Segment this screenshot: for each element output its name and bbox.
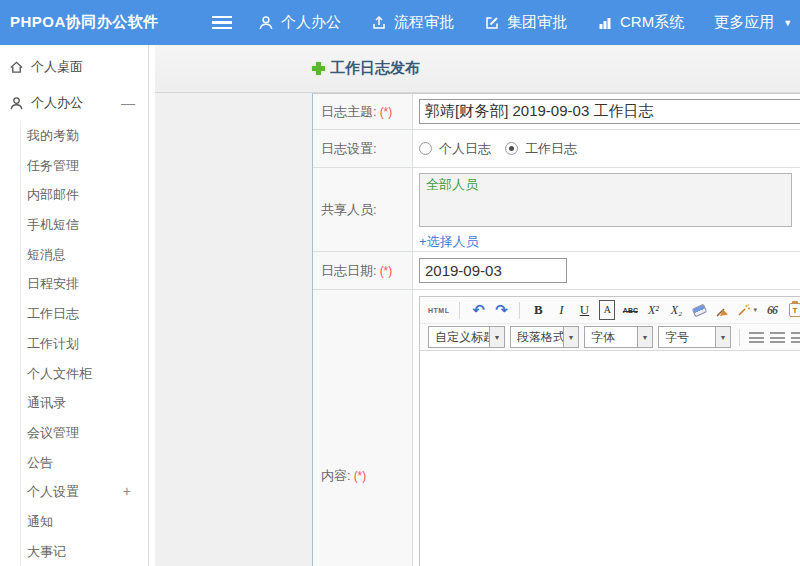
form-row-settings: 日志设置: 个人日志 工作日志 <box>313 130 800 168</box>
clipboard-icon: T <box>789 303 800 317</box>
nav-crm[interactable]: CRM系统 <box>597 13 684 32</box>
font-size-dropdown[interactable]: 字号 ▼ <box>658 326 731 348</box>
chevron-down-icon[interactable]: ▼ <box>563 327 578 347</box>
sidebar-item-notifications[interactable]: 通知 <box>21 507 148 537</box>
sidebar-item-work-log[interactable]: 工作日志 <box>21 299 148 329</box>
main-content: 工作日志发布 日志主题: (*) 日志设置: <box>149 45 800 566</box>
sidebar: 个人桌面 个人办公 — 我的考勤 任务管理 内部邮件 手机短信 短消息 日程安排… <box>0 45 149 566</box>
superscript-button[interactable]: X² <box>645 300 661 320</box>
form-row-share: 共享人员: 全部人员 +选择人员 <box>313 168 800 252</box>
sidebar-section-personal-office[interactable]: 个人办公 — <box>0 85 148 121</box>
sidebar-item-tasks[interactable]: 任务管理 <box>21 151 148 181</box>
required-marker: (*) <box>380 105 393 119</box>
toolbar-separator <box>739 329 740 346</box>
content-label-cell: 内容: (*) <box>313 290 413 566</box>
sidebar-item-attendance[interactable]: 我的考勤 <box>21 121 148 151</box>
rich-text-editor: HTML ↶ ↷ B I U A ABC X² <box>419 296 800 566</box>
work-log-form: 日志主题: (*) 日志设置: <box>312 93 800 566</box>
form-row-content: 内容: (*) HTML ↶ ↷ B I <box>313 290 800 566</box>
nav-group-approval[interactable]: 集团审批 <box>484 13 567 32</box>
align-right-button[interactable] <box>790 327 800 347</box>
radio-personal-log[interactable]: 个人日志 <box>419 140 491 158</box>
sidebar-item-sms[interactable]: 手机短信 <box>21 210 148 240</box>
radio-icon-checked[interactable] <box>505 142 518 155</box>
remove-format-button[interactable] <box>691 300 707 320</box>
paragraph-format-dropdown[interactable]: 段落格式 ▼ <box>510 326 579 348</box>
share-people-box[interactable]: 全部人员 <box>419 173 792 227</box>
share-people-value: 全部人员 <box>426 177 478 192</box>
bold-button[interactable]: B <box>530 300 546 320</box>
sidebar-item-desktop[interactable]: 个人桌面 <box>0 49 148 85</box>
editor-content-area[interactable] <box>420 351 800 566</box>
edit-icon <box>484 15 500 31</box>
sidebar-item-personal-files[interactable]: 个人文件柜 <box>21 359 148 389</box>
share-upload-icon <box>371 15 387 31</box>
magic-wand-icon <box>737 303 751 317</box>
editor-toolbar-row1: HTML ↶ ↷ B I U A ABC X² <box>420 297 800 324</box>
italic-button[interactable]: I <box>553 300 569 320</box>
font-family-dropdown[interactable]: 字体 ▼ <box>584 326 653 348</box>
editor-toolbar-row2: 自定义标题 ▼ 段落格式 ▼ 字体 ▼ <box>420 324 800 351</box>
nav-personal-office[interactable]: 个人办公 <box>258 13 341 32</box>
collapse-minus-icon[interactable]: — <box>121 95 135 111</box>
form-row-date: 日志日期: (*) <box>313 252 800 290</box>
font-color-button[interactable]: A <box>599 300 615 320</box>
align-left-button[interactable] <box>748 327 764 347</box>
paste-text-button[interactable]: T <box>787 300 800 320</box>
sidebar-item-memorabilia[interactable]: 大事记 <box>21 537 148 566</box>
sidebar-item-meetings[interactable]: 会议管理 <box>21 418 148 448</box>
quick-format-button[interactable] <box>714 300 730 320</box>
custom-heading-dropdown[interactable]: 自定义标题 ▼ <box>428 326 505 348</box>
page-title: 工作日志发布 <box>330 59 420 78</box>
chevron-down-icon[interactable]: ▼ <box>637 327 652 347</box>
blockquote-button[interactable]: 66 <box>764 300 780 320</box>
underline-button[interactable]: U <box>576 300 592 320</box>
hamburger-menu-icon[interactable] <box>212 16 232 30</box>
toolbar-separator <box>519 302 520 319</box>
insert-template-button[interactable]: ▾ <box>737 300 757 320</box>
page-title-bar: 工作日志发布 <box>155 45 800 93</box>
radio-icon-unchecked[interactable] <box>419 142 432 155</box>
brush-icon <box>715 303 730 318</box>
form-row-subject: 日志主题: (*) <box>313 94 800 130</box>
sidebar-item-contacts[interactable]: 通讯录 <box>21 388 148 418</box>
sidebar-item-label: 个人桌面 <box>31 58 83 76</box>
nav-more-apps[interactable]: 更多应用 ▼ <box>714 13 792 32</box>
redo-button[interactable]: ↷ <box>493 300 509 320</box>
radio-work-log[interactable]: 工作日志 <box>505 140 577 158</box>
expand-plus-icon[interactable]: + <box>123 477 131 507</box>
bar-chart-icon <box>597 15 613 31</box>
sidebar-item-announcements[interactable]: 公告 <box>21 448 148 478</box>
subject-input[interactable] <box>419 99 800 124</box>
date-input[interactable] <box>419 258 567 283</box>
sidebar-item-personal-settings[interactable]: 个人设置+ <box>21 477 148 507</box>
required-marker: (*) <box>380 264 393 278</box>
date-label-cell: 日志日期: (*) <box>313 252 413 289</box>
share-label-cell: 共享人员: <box>313 168 413 251</box>
app-title: PHPOA协同办公软件 <box>0 13 212 32</box>
sidebar-item-internal-mail[interactable]: 内部邮件 <box>21 180 148 210</box>
align-center-button[interactable] <box>769 327 785 347</box>
settings-label-cell: 日志设置: <box>313 130 413 167</box>
sidebar-item-work-plan[interactable]: 工作计划 <box>21 329 148 359</box>
home-icon <box>9 60 24 75</box>
top-nav: 个人办公 流程审批 集团审批 CRM系统 更多应用 ▼ <box>258 13 792 32</box>
subscript-button[interactable]: X₂ <box>668 300 684 320</box>
sidebar-item-short-message[interactable]: 短消息 <box>21 240 148 270</box>
chevron-down-icon[interactable]: ▼ <box>489 327 504 347</box>
chevron-down-icon: ▼ <box>783 18 792 28</box>
sidebar-item-schedule[interactable]: 日程安排 <box>21 269 148 299</box>
log-type-radio-group: 个人日志 工作日志 <box>419 140 577 158</box>
eraser-icon <box>692 303 708 317</box>
nav-workflow-approval[interactable]: 流程审批 <box>371 13 454 32</box>
strikethrough-button[interactable]: ABC <box>622 300 638 320</box>
sidebar-submenu: 我的考勤 任务管理 内部邮件 手机短信 短消息 日程安排 工作日志 工作计划 个… <box>20 121 148 566</box>
align-center-icon <box>770 332 785 343</box>
undo-button[interactable]: ↶ <box>470 300 486 320</box>
chevron-down-icon: ▾ <box>753 306 757 314</box>
html-source-button[interactable]: HTML <box>428 300 449 320</box>
required-marker: (*) <box>354 469 367 483</box>
select-people-link[interactable]: +选择人员 <box>419 233 479 251</box>
top-header: PHPOA协同办公软件 个人办公 流程审批 集团审批 CRM系统 更多应用 ▼ <box>0 0 800 45</box>
chevron-down-icon[interactable]: ▼ <box>715 327 730 347</box>
